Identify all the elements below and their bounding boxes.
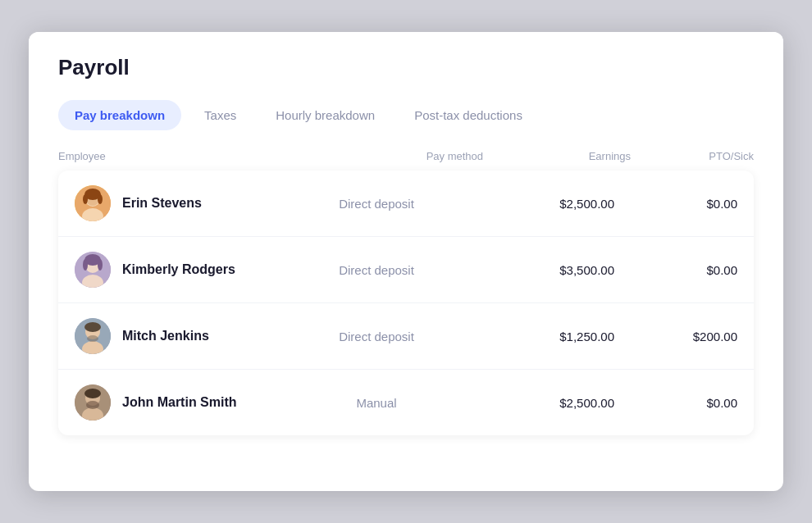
svg-point-22 [86, 401, 99, 409]
tab-pay-breakdown[interactable]: Pay breakdown [58, 100, 181, 130]
svg-point-5 [83, 194, 88, 204]
earnings: $3,500.00 [467, 263, 614, 277]
pto-sick: $0.00 [614, 197, 737, 211]
earnings: $2,500.00 [467, 197, 614, 211]
earnings: $1,250.00 [467, 330, 614, 343]
tab-overflow-indicator [750, 81, 783, 122]
page-header: Payroll Pay breakdown Taxes Hourly break… [29, 32, 783, 130]
employee-name: Kimberly Rodgers [122, 262, 235, 277]
pto-sick: $0.00 [614, 263, 737, 277]
employee-table: Erin Stevens Direct deposit $2,500.00 $0… [58, 171, 754, 435]
earnings: $2,500.00 [467, 396, 614, 410]
tab-post-tax-deductions[interactable]: Post-tax deductions [398, 100, 539, 130]
avatar [75, 185, 111, 221]
table-row: Erin Stevens Direct deposit $2,500.00 $0… [58, 171, 754, 237]
table-row: Kimberly Rodgers Direct deposit $3,500.0… [58, 237, 754, 303]
col-header-pay-method: Pay method [303, 150, 483, 162]
col-header-employee: Employee [58, 150, 303, 162]
col-header-earnings: Earnings [483, 150, 631, 162]
tab-bar: Pay breakdown Taxes Hourly breakdown Pos… [58, 100, 754, 130]
pto-sick: $0.00 [614, 396, 737, 410]
employee-info: John Martin Smith [75, 384, 286, 421]
avatar [75, 252, 111, 288]
svg-point-11 [83, 259, 88, 271]
table-row: Mitch Jenkins Direct deposit $1,250.00 $… [58, 303, 754, 370]
table-row: John Martin Smith Manual $2,500.00 $0.00 [58, 370, 754, 435]
pay-method: Direct deposit [286, 197, 467, 211]
employee-name: John Martin Smith [122, 395, 237, 410]
svg-point-16 [84, 322, 101, 332]
avatar [75, 318, 111, 354]
col-header-pto-sick: PTO/Sick [631, 150, 754, 162]
employee-info: Erin Stevens [75, 185, 286, 221]
employee-info: Mitch Jenkins [75, 318, 286, 354]
pay-method: Direct deposit [286, 330, 467, 343]
employee-name: Mitch Jenkins [122, 329, 209, 343]
pto-sick: $200.00 [614, 330, 737, 343]
tab-hourly-breakdown[interactable]: Hourly breakdown [259, 100, 391, 130]
svg-point-6 [98, 194, 103, 204]
page-title: Payroll [58, 55, 754, 80]
svg-point-21 [84, 389, 101, 398]
table-container: Employee Pay method Earnings PTO/Sick [29, 150, 783, 435]
avatar [75, 384, 111, 421]
svg-point-17 [87, 335, 98, 342]
tab-taxes[interactable]: Taxes [188, 100, 253, 130]
svg-point-12 [98, 259, 103, 271]
payroll-window: Payroll Pay breakdown Taxes Hourly break… [29, 32, 783, 491]
table-header: Employee Pay method Earnings PTO/Sick [58, 150, 754, 171]
pay-method: Manual [286, 396, 467, 410]
employee-name: Erin Stevens [122, 196, 202, 211]
pay-method: Direct deposit [286, 263, 467, 277]
employee-info: Kimberly Rodgers [75, 252, 286, 288]
